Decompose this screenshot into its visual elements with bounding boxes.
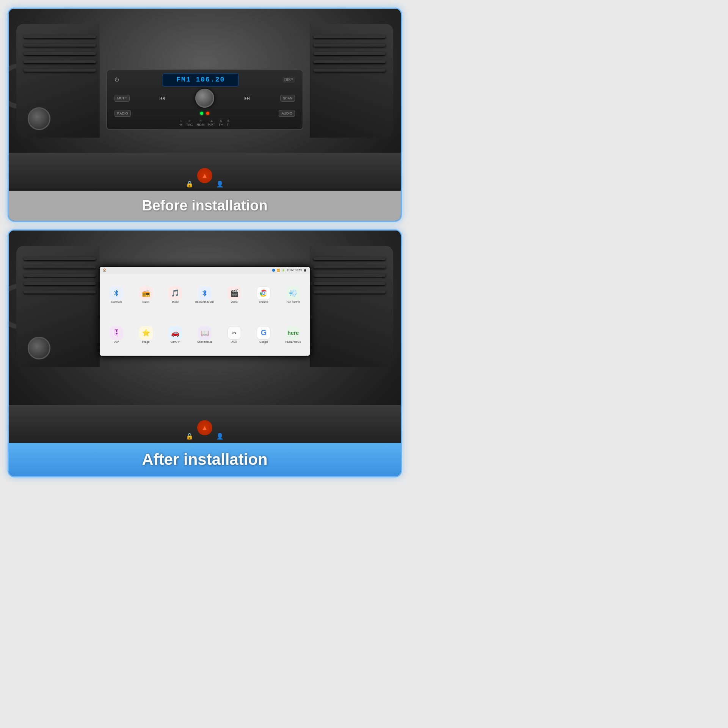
radio-app-label: Radio — [142, 301, 149, 303]
mute-button[interactable]: MUTE — [115, 95, 130, 102]
app-fan-control[interactable]: 💨 Fan control — [279, 275, 308, 314]
fan-app-label: Fan control — [287, 301, 300, 303]
usb-icon: 📱 — [303, 269, 307, 272]
manual-app-icon: 📖 — [198, 326, 212, 340]
before-panel: ⏻ FM1 106.20 DISP MUTE ⏮ ⏭ SCAN RADIO — [8, 8, 402, 222]
bt-status-icon: 🔵 — [272, 269, 275, 272]
android-statusbar: 🏠 🔵 📶 🔋 11.6V 10:53 📱 — [100, 267, 310, 274]
google-app-icon: G — [257, 326, 270, 340]
numpad: 1M 2TAG 3RDM 4RPT 5F+ 6F- — [179, 119, 230, 127]
bluetooth-app-icon — [110, 286, 123, 300]
radio-app-icon: 📻 — [139, 286, 153, 300]
right-vent-area — [310, 24, 393, 138]
old-head-unit: ⏻ FM1 106.20 DISP MUTE ⏮ ⏭ SCAN RADIO — [106, 69, 303, 130]
app-bluetooth[interactable]: Bluetooth — [102, 275, 131, 314]
radio-display-text: FM1 106.20 — [176, 76, 225, 83]
volume-knob[interactable] — [195, 89, 214, 108]
fan-app-icon: 💨 — [286, 286, 300, 300]
chrome-app-icon — [257, 286, 270, 300]
app-user-manual[interactable]: 📖 User manual — [190, 315, 219, 354]
bt-music-app-label: Bluetooth Music — [195, 301, 214, 303]
audio-button[interactable]: AUDIO — [279, 110, 295, 117]
app-google[interactable]: G Google — [249, 315, 278, 354]
before-car-image: ⏻ FM1 106.20 DISP MUTE ⏮ ⏭ SCAN RADIO — [9, 9, 401, 191]
battery-icon: 🔋 — [282, 269, 285, 272]
app-video[interactable]: 🎬 Video — [220, 275, 249, 314]
after-right-vent — [310, 246, 393, 367]
after-caption: After installation — [9, 443, 401, 476]
here-app-label: HERE WeGo — [286, 340, 301, 343]
android-head-unit[interactable]: 🏠 🔵 📶 🔋 11.6V 10:53 📱 — [99, 266, 311, 357]
chrome-app-label: Chrome — [259, 301, 268, 303]
carapp-icon: 🚗 — [168, 326, 182, 340]
scan-button[interactable]: SCAN — [280, 95, 295, 102]
dsp-app-icon: 🎛 — [110, 326, 123, 340]
statusbar-right: 🔵 📶 🔋 11.6V 10:53 📱 — [272, 269, 307, 272]
after-car-image: 🏠 🔵 📶 🔋 11.6V 10:53 📱 — [9, 231, 401, 443]
after-left-vent — [16, 246, 100, 367]
after-caption-text: After installation — [142, 450, 267, 468]
dsp-app-label: DSP — [114, 340, 119, 343]
here-app-icon: here — [286, 326, 300, 340]
radio-button[interactable]: RADIO — [115, 110, 131, 117]
svg-point-1 — [263, 292, 265, 294]
video-app-label: Video — [231, 301, 238, 303]
apps-grid: Bluetooth 📻 Radio 🎵 Music — [100, 274, 310, 356]
before-caption: Before installation — [9, 191, 401, 221]
after-panel: 🏠 🔵 📶 🔋 11.6V 10:53 📱 — [8, 229, 402, 477]
android-screen: 🏠 🔵 📶 🔋 11.6V 10:53 📱 — [100, 267, 310, 356]
app-image[interactable]: ⭐ Image — [132, 315, 160, 354]
radio-display: FM1 106.20 — [163, 73, 238, 86]
app-chrome[interactable]: Chrome — [249, 275, 278, 314]
voltage-display: 11.6V — [287, 269, 293, 271]
statusbar-left: 🏠 — [103, 268, 107, 272]
image-app-icon: ⭐ — [139, 326, 153, 340]
aux-app-label: AUX — [232, 340, 237, 343]
app-aux[interactable]: ✂ AUX — [220, 315, 249, 354]
aux-app-icon: ✂ — [228, 326, 241, 340]
app-radio[interactable]: 📻 Radio — [132, 275, 160, 314]
after-person-icon: 👤 — [216, 433, 224, 440]
app-carapp[interactable]: 🚗 CarAPP — [161, 315, 190, 354]
person-icon: 👤 — [216, 180, 224, 188]
bt-music-app-icon — [198, 286, 212, 300]
app-here-wego[interactable]: here HERE WeGo — [279, 315, 308, 354]
carapp-label: CarAPP — [171, 340, 180, 343]
app-music[interactable]: 🎵 Music — [161, 275, 190, 314]
wifi-icon: 📶 — [277, 269, 280, 272]
google-app-label: Google — [259, 340, 268, 343]
image-app-label: Image — [142, 340, 149, 343]
after-dashboard-trim: ▲ 🔒 👤 — [9, 405, 401, 443]
app-dsp[interactable]: 🎛 DSP — [102, 315, 131, 354]
home-icon[interactable]: 🏠 — [103, 268, 107, 272]
manual-app-label: User manual — [197, 340, 212, 343]
dashboard-trim: ▲ 🔒 👤 — [9, 153, 401, 191]
music-app-icon: 🎵 — [168, 286, 182, 300]
lock-icon: 🔒 — [186, 180, 193, 188]
app-bt-music[interactable]: Bluetooth Music — [190, 275, 219, 314]
time-display: 10:53 — [295, 269, 302, 271]
video-app-icon: 🎬 — [228, 286, 241, 300]
music-app-label: Music — [172, 301, 179, 303]
bluetooth-app-label: Bluetooth — [111, 301, 122, 303]
left-vent-area — [16, 24, 100, 138]
after-lock-icon: 🔒 — [186, 433, 193, 440]
before-caption-text: Before installation — [142, 198, 268, 213]
